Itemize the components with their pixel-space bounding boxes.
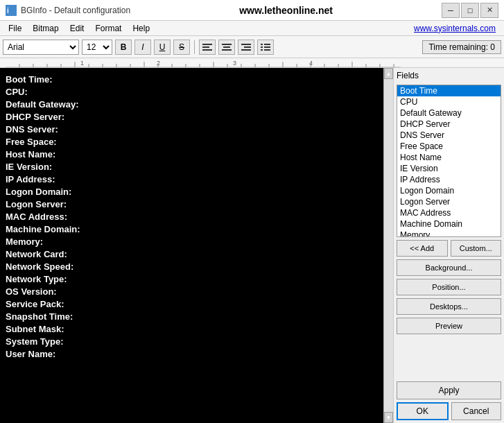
- scroll-up-button[interactable]: ▲: [384, 68, 393, 79]
- menu-bar: File Bitmap Edit Format Help www.sysinte…: [0, 21, 504, 36]
- toolbar-separator-1: [194, 40, 195, 54]
- table-row: Memory:: [6, 236, 378, 248]
- font-size-selector[interactable]: 12: [82, 40, 112, 55]
- editor-area[interactable]: Boot Time:CPU:Default Gateway:DHCP Serve…: [0, 68, 393, 423]
- table-row: DHCP Server:: [6, 111, 378, 123]
- svg-text:2: 2: [157, 60, 160, 67]
- window-controls: ─ □ ✕: [442, 3, 498, 18]
- table-row: Boot Time:: [6, 74, 378, 86]
- align-left-button[interactable]: [199, 40, 216, 55]
- title-bar: i BGInfo - Default configuration www.let…: [0, 0, 504, 21]
- custom-button[interactable]: Custom...: [451, 240, 502, 257]
- toolbar: Arial 12 B I U S: [0, 36, 504, 58]
- italic-button[interactable]: I: [134, 40, 151, 55]
- svg-rect-16: [264, 49, 270, 51]
- row-label: Boot Time:: [6, 74, 134, 86]
- menu-file[interactable]: File: [3, 22, 27, 35]
- list-item[interactable]: Memory: [397, 230, 501, 237]
- row-label: Network Card:: [6, 248, 134, 261]
- row-label: OS Version:: [6, 286, 134, 298]
- minimize-button[interactable]: ─: [442, 3, 460, 18]
- row-label: Snapshot Time:: [6, 311, 134, 323]
- row-label: Logon Server:: [6, 198, 134, 211]
- menu-help[interactable]: Help: [127, 22, 155, 35]
- row-label: IP Address:: [6, 173, 134, 186]
- table-row: Network Card:: [6, 248, 378, 261]
- ok-button[interactable]: OK: [397, 402, 449, 420]
- row-label: User Name:: [6, 348, 134, 361]
- list-item[interactable]: Free Space: [397, 141, 501, 152]
- fields-label: Fields: [397, 71, 501, 80]
- list-item[interactable]: DNS Server: [397, 130, 501, 141]
- svg-text:3: 3: [233, 60, 236, 67]
- row-label: System Type:: [6, 336, 134, 348]
- add-button[interactable]: << Add: [397, 240, 448, 257]
- svg-rect-3: [202, 46, 209, 48]
- strikethrough-button[interactable]: S: [173, 40, 190, 55]
- align-center-button[interactable]: [218, 40, 235, 55]
- add-custom-row: << Add Custom...: [397, 240, 501, 257]
- list-button[interactable]: [257, 40, 274, 55]
- table-row: Logon Domain:: [6, 186, 378, 198]
- close-button[interactable]: ✕: [480, 3, 498, 18]
- list-item[interactable]: CPU: [397, 96, 501, 107]
- list-item[interactable]: MAC Address: [397, 207, 501, 218]
- table-row: IP Address:: [6, 173, 378, 186]
- table-row: Snapshot Time:: [6, 311, 378, 323]
- list-item[interactable]: Boot Time: [397, 85, 501, 96]
- table-row: Network Speed:: [6, 261, 378, 273]
- table-row: Logon Server:: [6, 198, 378, 211]
- menu-format[interactable]: Format: [89, 22, 127, 35]
- row-label: Service Pack:: [6, 298, 134, 311]
- position-button[interactable]: Position...: [397, 279, 501, 295]
- list-item[interactable]: DHCP Server: [397, 119, 501, 130]
- svg-rect-13: [261, 46, 263, 48]
- svg-text:1: 1: [80, 60, 84, 67]
- table-row: CPU:: [6, 86, 378, 98]
- table-row: Default Gateway:: [6, 98, 378, 111]
- table-row: Network Type:: [6, 273, 378, 286]
- row-label: Logon Domain:: [6, 186, 134, 198]
- menu-edit[interactable]: Edit: [64, 22, 90, 35]
- scroll-down-button[interactable]: ▼: [384, 412, 393, 423]
- apply-button[interactable]: Apply: [397, 381, 501, 399]
- fields-list[interactable]: Boot TimeCPUDefault GatewayDHCP ServerDN…: [397, 85, 501, 237]
- underline-button[interactable]: U: [154, 40, 171, 55]
- ok-cancel-row: OK Cancel: [397, 402, 501, 420]
- table-row: User Name:: [6, 348, 378, 361]
- svg-rect-6: [223, 46, 230, 48]
- preview-button[interactable]: Preview: [397, 318, 501, 334]
- font-selector[interactable]: Arial: [3, 40, 79, 55]
- svg-rect-2: [202, 44, 212, 45]
- table-row: IE Version:: [6, 161, 378, 173]
- maximize-button[interactable]: □: [461, 3, 479, 18]
- svg-rect-14: [264, 46, 270, 48]
- table-row: System Type:: [6, 336, 378, 348]
- list-item[interactable]: Logon Server: [397, 196, 501, 207]
- svg-rect-9: [244, 46, 251, 48]
- bottom-buttons: Apply OK Cancel: [397, 381, 501, 420]
- row-label: Host Name:: [6, 148, 134, 161]
- sysinternals-link[interactable]: www.sysinternals.com: [414, 24, 501, 33]
- desktops-button[interactable]: Desktops...: [397, 298, 501, 315]
- list-item[interactable]: IE Version: [397, 163, 501, 174]
- menu-bitmap[interactable]: Bitmap: [27, 22, 64, 35]
- background-button[interactable]: Background...: [397, 259, 501, 276]
- list-item[interactable]: IP Address: [397, 174, 501, 185]
- list-item[interactable]: Machine Domain: [397, 218, 501, 230]
- table-row: Service Pack:: [6, 298, 378, 311]
- row-label: Network Speed:: [6, 261, 134, 273]
- list-item[interactable]: Default Gateway: [397, 107, 501, 119]
- row-label: DNS Server:: [6, 123, 134, 136]
- vertical-scrollbar[interactable]: ▲ ▼: [383, 68, 393, 423]
- bold-button[interactable]: B: [115, 40, 132, 55]
- cancel-button[interactable]: Cancel: [451, 402, 502, 420]
- right-panel: Fields Boot TimeCPUDefault GatewayDHCP S…: [393, 68, 504, 423]
- row-label: CPU:: [6, 86, 134, 98]
- svg-text:i: i: [7, 7, 9, 15]
- row-label: Default Gateway:: [6, 98, 134, 111]
- align-right-button[interactable]: [238, 40, 254, 55]
- row-label: Free Space:: [6, 136, 134, 148]
- list-item[interactable]: Host Name: [397, 152, 501, 163]
- list-item[interactable]: Logon Domain: [397, 185, 501, 196]
